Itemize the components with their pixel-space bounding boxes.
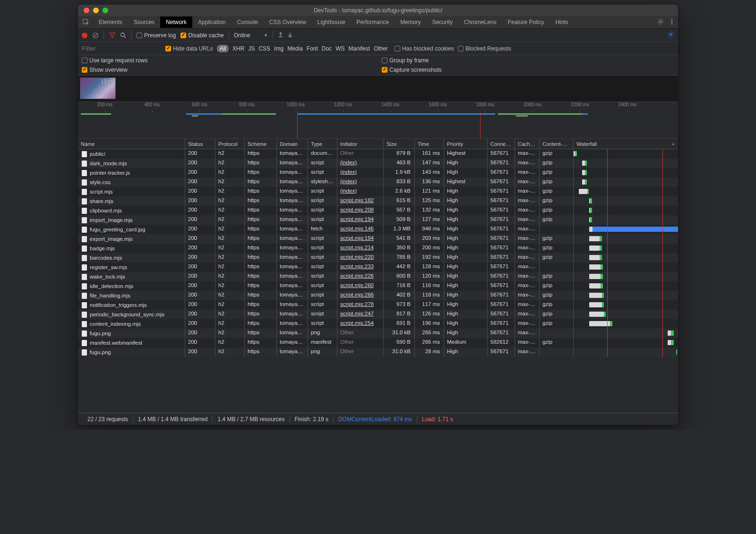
table-row[interactable]: notification_triggers.mjs200h2httpstomay… <box>78 300 678 310</box>
inspect-element-icon[interactable] <box>81 17 91 27</box>
close-icon[interactable] <box>84 8 89 13</box>
column-header-status[interactable]: Status <box>185 139 215 149</box>
filter-type-manifest[interactable]: Manifest <box>349 45 370 52</box>
table-row[interactable]: fugu_greeting_card.jpg200h2httpstomayac…… <box>78 225 678 234</box>
column-header-name[interactable]: Name <box>78 139 185 149</box>
kebab-icon[interactable] <box>669 18 675 26</box>
table-row[interactable]: style.css200h2httpstomayac…stylesheet(in… <box>78 178 678 187</box>
column-header-domain[interactable]: Domain <box>277 139 308 149</box>
table-row[interactable]: public/200h2httpstomayac…documentOther87… <box>78 149 678 159</box>
column-header-protocol[interactable]: Protocol <box>215 139 245 149</box>
table-row[interactable]: manifest.webmanifest200h2httpstomayac…ma… <box>78 338 678 348</box>
column-header-scheme[interactable]: Scheme <box>245 139 277 149</box>
table-row[interactable]: file_handling.mjs200h2httpstomayac…scrip… <box>78 291 678 300</box>
table-row[interactable]: import_image.mjs200h2httpstomayac…script… <box>78 215 678 225</box>
tab-security[interactable]: Security <box>427 17 458 28</box>
column-header-type[interactable]: Type <box>308 139 337 149</box>
capture-screenshots-toggle[interactable]: Capture screenshots <box>382 67 674 73</box>
tab-elements[interactable]: Elements <box>93 17 128 28</box>
gear-icon[interactable] <box>657 18 664 26</box>
column-header-size[interactable]: Size <box>384 139 415 149</box>
table-row[interactable]: clipboard.mjs200h2httpstomayac…scriptscr… <box>78 206 678 215</box>
tab-css-overview[interactable]: CSS Overview <box>264 17 312 28</box>
table-row[interactable]: fugu.png200h2httpstomayac…pngOther31.0 k… <box>78 348 678 357</box>
tab-console[interactable]: Console <box>232 17 264 28</box>
preserve-log-toggle[interactable]: Preserve log <box>137 32 176 39</box>
network-settings-icon[interactable] <box>668 31 674 39</box>
table-row[interactable]: pointer-tracker.js200h2httpstomayac…scri… <box>78 168 678 178</box>
file-icon <box>82 208 87 214</box>
filter-type-css[interactable]: CSS <box>258 45 270 52</box>
tick-label: 600 ms <box>192 102 207 107</box>
column-header-time[interactable]: Time <box>415 139 444 149</box>
timeline-overview[interactable]: 200 ms400 ms600 ms800 ms1000 ms1200 ms14… <box>78 102 678 139</box>
table-row[interactable]: barcodes.mjs200h2httpstomayac…scriptscri… <box>78 253 678 263</box>
filter-type-xhr[interactable]: XHR <box>232 45 244 52</box>
filter-input[interactable] <box>82 45 162 52</box>
tab-memory[interactable]: Memory <box>395 17 426 28</box>
tab-chromelens[interactable]: ChromeLens <box>458 17 502 28</box>
filter-type-font[interactable]: Font <box>307 45 318 52</box>
filter-icon[interactable] <box>109 32 115 39</box>
disable-cache-toggle[interactable]: Disable cache <box>180 32 223 39</box>
filter-type-all[interactable]: All <box>217 45 229 52</box>
file-icon <box>82 170 87 176</box>
large-rows-toggle[interactable]: Use large request rows <box>82 57 374 64</box>
table-row[interactable]: dark_mode.mjs200h2httpstomayac…script(in… <box>78 159 678 168</box>
filter-type-other[interactable]: Other <box>374 45 388 52</box>
load-time: Load: 1.71 s <box>417 416 458 423</box>
table-row[interactable]: periodic_background_sync.mjs200h2httpsto… <box>78 310 678 319</box>
tab-feature-policy[interactable]: Feature Policy <box>502 17 550 28</box>
upload-har-icon[interactable] <box>278 32 284 39</box>
group-by-frame-toggle[interactable]: Group by frame <box>382 57 674 64</box>
table-header: NameStatusProtocolSchemeDomainTypeInitia… <box>78 139 678 149</box>
table-row[interactable]: share.mjs200h2httpstomayac…scriptscript.… <box>78 196 678 206</box>
svg-point-2 <box>671 19 672 20</box>
network-toolbar: Preserve log Disable cache Online ▼ <box>78 29 678 42</box>
table-row[interactable]: register_sw.mjs200h2httpstomayac…scripts… <box>78 263 678 272</box>
column-header-conne-[interactable]: Conne… <box>488 139 515 149</box>
table-row[interactable]: fugu.png200h2httpstomayac…pngOther31.0 k… <box>78 329 678 338</box>
waterfall-cell <box>574 329 678 338</box>
table-row[interactable]: badge.mjs200h2httpstomayac…scriptscript.… <box>78 244 678 253</box>
screenshot-thumbnail[interactable]: 13 ms <box>80 77 116 99</box>
table-row[interactable]: wake_lock.mjs200h2httpstomayac…scriptscr… <box>78 272 678 281</box>
filter-type-doc[interactable]: Doc <box>322 45 332 52</box>
filter-type-media[interactable]: Media <box>287 45 303 52</box>
table-row[interactable]: idle_detection.mjs200h2httpstomayac…scri… <box>78 281 678 291</box>
table-row[interactable]: export_image.mjs200h2httpstomayac…script… <box>78 234 678 244</box>
filter-type-img[interactable]: Img <box>274 45 284 52</box>
hide-data-urls-toggle[interactable]: Hide data URLs <box>165 45 213 52</box>
panel-tabs: ElementsSourcesNetworkApplicationConsole… <box>78 16 678 29</box>
file-icon <box>82 227 87 233</box>
waterfall-cell <box>574 187 678 196</box>
search-icon[interactable] <box>120 32 127 39</box>
filter-type-ws[interactable]: WS <box>335 45 344 52</box>
column-header-cach-[interactable]: Cach… <box>515 139 540 149</box>
clear-icon[interactable] <box>92 32 99 39</box>
column-header-priority[interactable]: Priority <box>444 139 488 149</box>
tab-sources[interactable]: Sources <box>128 17 160 28</box>
tab-network[interactable]: Network <box>160 17 192 28</box>
column-header-initiator[interactable]: Initiator <box>337 139 384 149</box>
tab-hints[interactable]: Hints <box>550 17 574 28</box>
table-row[interactable]: script.mjs200h2httpstomayac…script(index… <box>78 187 678 196</box>
record-button[interactable] <box>82 33 87 38</box>
column-header-content-[interactable]: Content-… <box>540 139 574 149</box>
transferred-size: 1.4 MB / 1.4 MB transferred <box>133 416 213 423</box>
minimize-icon[interactable] <box>93 8 99 13</box>
show-overview-toggle[interactable]: Show overview <box>82 67 374 73</box>
screenshot-strip[interactable]: 13 ms <box>78 76 678 102</box>
tab-application[interactable]: Application <box>192 17 232 28</box>
download-har-icon[interactable] <box>287 32 293 39</box>
table-row[interactable]: content_indexing.mjs200h2httpstomayac…sc… <box>78 319 678 329</box>
throttling-select[interactable]: Online ▼ <box>234 32 268 39</box>
request-table[interactable]: public/200h2httpstomayac…documentOther87… <box>78 149 678 413</box>
tab-performance[interactable]: Performance <box>351 17 395 28</box>
has-blocked-cookies-toggle[interactable]: Has blocked cookies <box>395 45 454 52</box>
filter-type-js[interactable]: JS <box>248 45 255 52</box>
maximize-icon[interactable] <box>103 8 108 13</box>
tab-lighthouse[interactable]: Lighthouse <box>312 17 351 28</box>
blocked-requests-toggle[interactable]: Blocked Requests <box>458 45 511 52</box>
column-header-waterfall[interactable]: Waterfall▲ <box>574 139 678 149</box>
